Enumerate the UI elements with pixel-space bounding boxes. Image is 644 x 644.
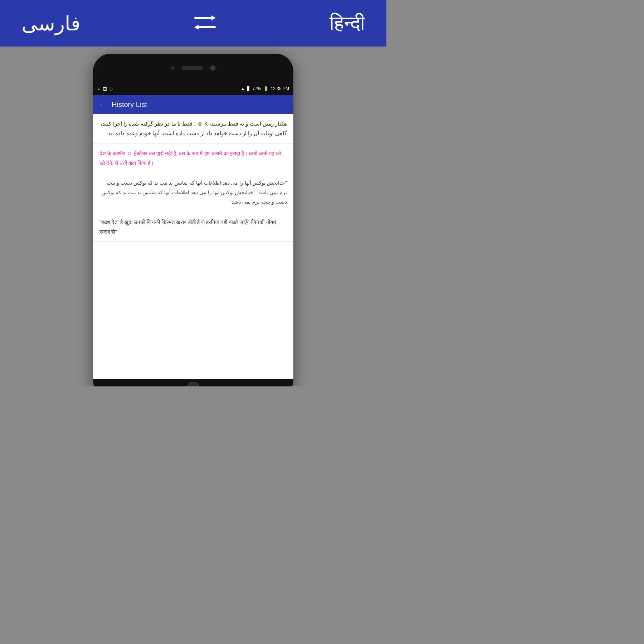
status-left-icons: ⌁ 🖼 ⊙ (97, 86, 113, 92)
history-item-2[interactable]: देश के कश्मीर ☺ हेक्टेयर बस पूछो नहीं है… (93, 143, 293, 173)
svg-marker-1 (211, 15, 216, 20)
svg-rect-2 (199, 26, 216, 28)
back-button[interactable]: ← (99, 101, 106, 109)
content-area: هکتار زمین است و نه فقط بپرسید، K ☺ ، فق… (93, 114, 293, 379)
usb-icon: ⌁ (97, 86, 100, 92)
app-bar: ← History List (93, 95, 293, 114)
history-item-4[interactable]: "बख्श देता है खुदा उनको जिनकी किस्मत खरा… (93, 212, 293, 242)
farsi-text-2: "خدابخش بوکس آنها را می دهد اطلاعات آنها… (99, 178, 287, 207)
phone-top-bezel (93, 54, 293, 82)
signal-icon: ▋ (247, 86, 250, 91)
app-bar-title: History List (112, 101, 147, 109)
home-button[interactable] (187, 382, 200, 386)
battery-level: 77% (253, 86, 261, 91)
farsi-label[interactable]: فارسی (21, 12, 80, 35)
hindi-text-black-1: "बख्श देता है खुदा उनको जिनकी किस्मत खरा… (99, 217, 287, 236)
phone-mockup: ⌁ 🖼 ⊙ ▲ ▋ 77% 🔋 12:35 PM ← History List (93, 54, 293, 386)
svg-marker-3 (194, 25, 199, 30)
status-bar: ⌁ 🖼 ⊙ ▲ ▋ 77% 🔋 12:35 PM (93, 82, 293, 95)
phone-screen: ⌁ 🖼 ⊙ ▲ ▋ 77% 🔋 12:35 PM ← History List (93, 82, 293, 379)
hindi-text-red-1: देश के कश्मीर ☺ हेक्टेयर बस पूछो नहीं है… (99, 148, 287, 168)
translate-icon[interactable] (192, 13, 218, 34)
wifi-icon: ▲ (241, 86, 245, 91)
time-display: 12:35 PM (271, 86, 289, 91)
phone-bottom-bezel (93, 379, 293, 386)
front-sensor (171, 66, 175, 70)
earpiece (182, 66, 203, 70)
location-icon: ⊙ (109, 86, 113, 92)
svg-rect-0 (194, 17, 211, 19)
hindi-label[interactable]: हिन्दी (330, 11, 365, 35)
history-item-3[interactable]: "خدابخش بوکس آنها را می دهد اطلاعات آنها… (93, 173, 293, 212)
status-right-icons: ▲ ▋ 77% 🔋 12:35 PM (241, 86, 289, 91)
farsi-text-1: هکتار زمین است و نه فقط بپرسید، K ☺ ، فق… (99, 119, 287, 138)
language-bar: فارسی हिन्दी (0, 0, 386, 47)
main-area: ⌁ 🖼 ⊙ ▲ ▋ 77% 🔋 12:35 PM ← History List (0, 47, 386, 386)
image-icon: 🖼 (102, 86, 107, 92)
history-item-1[interactable]: هکتار زمین است و نه فقط بپرسید، K ☺ ، فق… (93, 114, 293, 143)
front-camera (210, 65, 215, 70)
battery-icon: 🔋 (263, 86, 269, 91)
